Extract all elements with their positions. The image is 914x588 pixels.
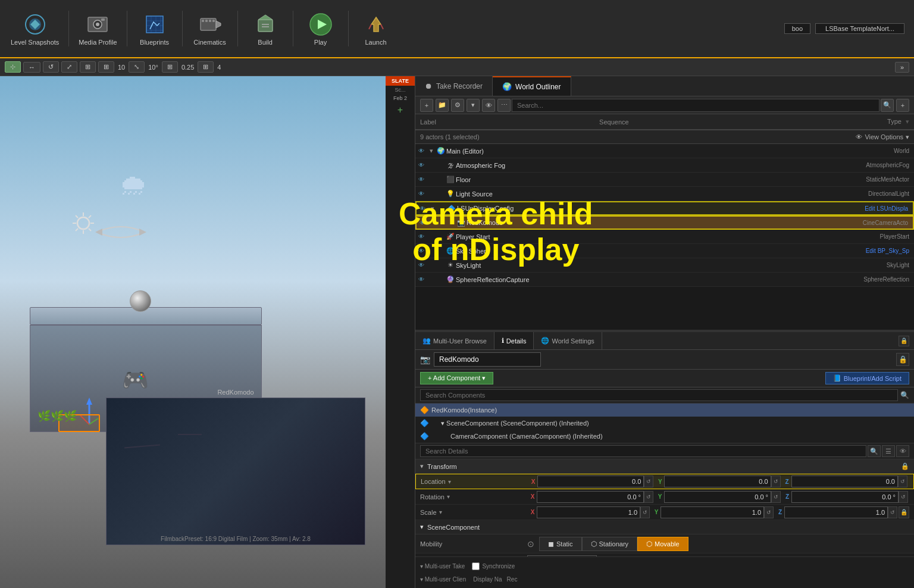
location-z-reset[interactable]: ↺ — [898, 476, 907, 487]
media-profile-btn[interactable]: Media Profile — [79, 11, 117, 46]
tab-take-recorder[interactable]: ⏺ Take Recorder — [415, 76, 493, 96]
table-row[interactable]: 👁 🔮 SphereReflectionCapture SphereReflec… — [415, 273, 914, 287]
multi-user-tab-icon: 👥 — [422, 337, 431, 345]
blueprints-btn[interactable]: Blueprints — [137, 11, 173, 46]
tab-details[interactable]: ℹ Details — [494, 332, 534, 349]
play-btn[interactable]: Play — [303, 11, 339, 46]
visibility-icon[interactable]: 👁 — [415, 162, 427, 168]
camera-preview-window: RedKomodo FilmbackPreset: 16:9 Digital F… — [106, 398, 365, 545]
location-x-reset[interactable]: ↺ — [644, 476, 653, 487]
expand-btn[interactable]: » — [895, 62, 909, 73]
outliner-search-input[interactable] — [512, 99, 879, 112]
details-lock-btn[interactable]: 🔒 — [899, 336, 909, 346]
rotation-x-reset[interactable]: ↺ — [644, 491, 653, 503]
filter-details-btn[interactable]: ☰ — [882, 445, 895, 457]
visibility-icon[interactable]: 👁 — [415, 176, 427, 183]
rotation-y-input[interactable] — [664, 491, 771, 503]
rotate-tool-btn[interactable]: ↺ — [43, 61, 59, 73]
visibility-icon[interactable]: 👁 — [415, 262, 427, 268]
scale-y-reset[interactable]: ↺ — [764, 506, 774, 518]
move-tool-btn[interactable]: ↔ — [23, 62, 40, 73]
tab-world-outliner[interactable]: 🌍 World Outliner — [493, 76, 571, 96]
visibility-icon[interactable]: 👁 — [415, 248, 427, 254]
scale-z-input[interactable] — [784, 506, 888, 518]
scene-component-header[interactable]: ▾ SceneComponent — [415, 520, 914, 534]
component-row-scene[interactable]: 🔷 ▾ SceneComponent (SceneComponent) (Inh… — [415, 417, 914, 430]
filter-btn[interactable]: ▾ — [467, 99, 480, 112]
scale-tool-btn[interactable]: ⤢ — [61, 61, 77, 73]
table-row[interactable]: 👁 ▾ 🌍 Main (Editor) World — [415, 144, 914, 158]
outliner-settings-btn[interactable]: + — [896, 99, 909, 112]
blueprint-script-btn[interactable]: 📘 Blueprint/Add Script — [825, 372, 909, 384]
scale-y-input[interactable] — [661, 506, 764, 518]
transform-label: Transform — [427, 463, 457, 470]
scale-val-btn[interactable]: ⊞ — [162, 61, 178, 73]
component-row-camera[interactable]: 🔷 CameraComponent (CameraComponent) (Inh… — [415, 430, 914, 443]
view-options-btn[interactable]: 👁 View Options ▾ — [856, 133, 909, 141]
location-z-input[interactable] — [791, 476, 898, 487]
location-y-reset[interactable]: ↺ — [771, 476, 781, 487]
sync-checkbox[interactable] — [472, 562, 480, 570]
mobility-stationary-btn[interactable]: ⬡ Stationary — [582, 537, 638, 551]
actor-name-input[interactable] — [434, 352, 541, 367]
scene-label: Sc... — [386, 86, 415, 94]
snap-angle-btn[interactable]: ⤡ — [129, 61, 145, 73]
x-label: X — [529, 478, 537, 485]
search-details-icon-btn[interactable]: 🔍 — [868, 445, 881, 457]
eye-details-btn[interactable]: 👁 — [896, 445, 909, 457]
scale-z-reset[interactable]: ↺ — [888, 506, 897, 518]
rotation-x-input[interactable] — [537, 491, 644, 503]
visibility-icon[interactable]: 👁 — [415, 233, 427, 240]
mobility-static-btn[interactable]: ◼ Static — [539, 537, 582, 551]
table-row[interactable]: 👁 💡 Light Source DirectionalLight — [415, 187, 914, 201]
location-y-input[interactable] — [664, 476, 771, 487]
table-row[interactable]: 👁 🌫 Atmospheric Fog AtmosphericFog — [415, 158, 914, 173]
scale-x-reset[interactable]: ↺ — [640, 506, 650, 518]
settings-btn[interactable]: ⚙ — [451, 99, 464, 112]
visibility-icon[interactable]: 👁 — [415, 148, 427, 154]
table-row[interactable]: 👁 🚀 Player Start PlayerStart — [415, 230, 914, 244]
transform-tool-btn[interactable]: ⊞ — [80, 61, 96, 73]
table-row[interactable]: 👁 📷 RedKomodo CineCameraActo — [415, 215, 914, 230]
build-btn[interactable]: Build — [248, 11, 283, 46]
more-btn[interactable]: ⋯ — [497, 99, 511, 112]
table-row[interactable]: 👁 ▾ 🔷 LSUnDisplayConfig Edit LSUnDispla — [415, 201, 914, 215]
location-x-input[interactable] — [537, 476, 644, 487]
rotation-z-reset[interactable]: ↺ — [899, 491, 908, 503]
transform-section-header[interactable]: ▾ Transform 🔒 — [415, 459, 914, 474]
visibility-icon[interactable]: 👁 — [417, 205, 428, 212]
eye-btn[interactable]: 👁 — [482, 99, 495, 112]
add-actor-btn[interactable]: + — [420, 99, 433, 112]
add-btn[interactable]: + — [386, 105, 415, 115]
folder-btn[interactable]: 📁 — [436, 99, 449, 112]
scale-x-input[interactable] — [537, 506, 640, 518]
mobility-row: Mobility ⊙ ◼ Static ⬡ Stationary ⬡ Mova — [415, 534, 914, 553]
rotation-z-input[interactable] — [791, 491, 899, 503]
visibility-icon[interactable]: 👁 — [415, 276, 427, 283]
lod-btn[interactable]: ⊞ — [198, 61, 214, 73]
actor-lock-btn[interactable]: 🔒 — [896, 353, 909, 366]
select-tool-btn[interactable]: ⊹ — [5, 61, 21, 73]
cinematics-btn[interactable]: Cinematics — [192, 11, 228, 46]
viewport-panel[interactable]: 🌧 — [0, 76, 386, 588]
mobility-movable-btn[interactable]: ⬡ Movable — [637, 537, 688, 551]
launch-btn[interactable]: Launch — [358, 11, 394, 46]
visibility-icon[interactable]: 👁 — [415, 190, 427, 197]
grid-tool-btn[interactable]: ⊞ — [98, 61, 114, 73]
tab-multi-user[interactable]: 👥 Multi-User Browse — [415, 332, 494, 349]
scale-lock-btn[interactable]: 🔒 — [899, 506, 909, 518]
component-row-redkomodo[interactable]: 🔶 RedKomodo(Instance) — [415, 404, 914, 417]
table-row[interactable]: 👁 🌐 Sky Sphere Edit BP_Sky_Sp — [415, 244, 914, 258]
search-details-input[interactable] — [420, 445, 866, 457]
level-snapshots-btn[interactable]: Level Snapshots — [11, 11, 59, 46]
search-btn[interactable]: 🔍 — [881, 99, 894, 112]
table-row[interactable]: 👁 ☀ SkyLight SkyLight — [415, 258, 914, 273]
rotation-y-reset[interactable]: ↺ — [771, 491, 781, 503]
plants-icon: 🌿🌿🌿 — [37, 409, 77, 423]
table-row[interactable]: 👁 ⬛ Floor StaticMeshActor — [415, 173, 914, 187]
visibility-icon[interactable]: 👁 — [417, 220, 428, 226]
tab-world-settings[interactable]: 🌐 World Settings — [534, 332, 602, 349]
sx-label: X — [528, 509, 537, 515]
search-components-input[interactable] — [420, 389, 898, 401]
add-component-btn[interactable]: + Add Component ▾ — [420, 372, 493, 384]
